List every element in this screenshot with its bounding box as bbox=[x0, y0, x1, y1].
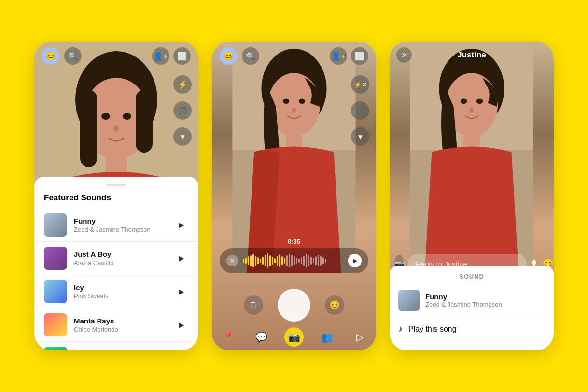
phone-1: 😊 🔍 👤+ ⬜ ⚡ 🎵 ▾ Featured Sounds Funny Zed… bbox=[34, 42, 198, 350]
top-bar-2: 😊 🔍 👤+ ⬜ bbox=[212, 42, 376, 70]
camera-controls-2: 🗒 😊 bbox=[212, 289, 376, 322]
sound-song-item: Funny Zedd & Jasmine Thompson bbox=[390, 284, 554, 317]
song-list: Funny Zedd & Jasmine Thompson ▶ Just A B… bbox=[34, 209, 198, 350]
song-thumb-call bbox=[44, 347, 67, 350]
flip-camera-button-2[interactable]: ⬜ bbox=[351, 47, 368, 65]
flash-icon-1[interactable]: ⚡ bbox=[173, 75, 192, 94]
music-icon-1[interactable]: 🎵 bbox=[173, 101, 192, 120]
camera-nav-button[interactable]: 📷 bbox=[284, 327, 304, 347]
song-info-5: Can I Call You Tonight Dayglow bbox=[74, 350, 174, 350]
song-thumb-boy bbox=[44, 247, 67, 270]
svg-point-23 bbox=[476, 99, 483, 104]
svg-point-8 bbox=[114, 125, 119, 132]
svg-point-7 bbox=[123, 113, 131, 120]
avatar-button-2[interactable]: 😊 bbox=[220, 47, 237, 65]
list-item[interactable]: Funny Zedd & Jasmine Thompson ▶ bbox=[34, 209, 198, 242]
svg-rect-3 bbox=[80, 90, 97, 167]
list-item[interactable]: Can I Call You Tonight Dayglow ▶ bbox=[34, 342, 198, 350]
search-button-1[interactable]: 🔍 bbox=[64, 47, 82, 65]
sound-dropdown: SOUND Funny Zedd & Jasmine Thompson ♪ Pl… bbox=[390, 266, 554, 350]
waveform-play-button[interactable]: ▶ bbox=[348, 254, 362, 267]
drag-handle-1 bbox=[107, 184, 126, 186]
top-bar-right-2: 👤+ ⬜ bbox=[330, 47, 368, 65]
song-info-4: Manta Rays Chloe Moriondo bbox=[74, 317, 174, 333]
play-button-1[interactable]: ▶ bbox=[174, 218, 189, 232]
waveform-close-button[interactable]: ✕ bbox=[226, 255, 238, 266]
play-button-2[interactable]: ▶ bbox=[174, 251, 189, 266]
woman-photo-3 bbox=[390, 42, 554, 273]
svg-point-14 bbox=[283, 99, 290, 104]
flash-off-icon-2[interactable]: ⚡✕ bbox=[351, 75, 369, 94]
sound-label: SOUND bbox=[390, 266, 554, 284]
play-this-song-label: Play this song bbox=[408, 325, 457, 334]
waveform-bars bbox=[243, 253, 343, 268]
waveform-container: 0:35 ✕ ▶ bbox=[220, 238, 368, 273]
sound-song-info: Funny Zedd & Jasmine Thompson bbox=[425, 293, 502, 308]
song-info-3: Icy Pink Sweats bbox=[74, 283, 174, 300]
song-info-2: Just A Boy Alaina Castillo bbox=[74, 250, 174, 266]
emoji-button[interactable]: 😊 bbox=[325, 295, 344, 315]
svg-point-24 bbox=[470, 108, 474, 113]
svg-point-15 bbox=[299, 99, 306, 104]
featured-sounds-panel: Featured Sounds Funny Zedd & Jasmine Tho… bbox=[34, 177, 198, 350]
song-thumb-manta bbox=[44, 313, 67, 336]
phone-3: ✕ Justine 📷 🎙 😊 🗒 SOUND Funny Zedd & Jas… bbox=[390, 42, 554, 350]
chevron-down-icon-1[interactable]: ▾ bbox=[173, 127, 192, 146]
search-button-2[interactable]: 🔍 bbox=[242, 47, 259, 65]
contact-title: Justine bbox=[457, 50, 486, 60]
list-item[interactable]: Manta Rays Chloe Moriondo ▶ bbox=[34, 308, 198, 342]
music-icon-2[interactable]: 🎵 bbox=[351, 101, 369, 120]
send-nav-button[interactable]: ▷ bbox=[350, 327, 369, 347]
waveform-time: 0:35 bbox=[220, 238, 368, 245]
close-button[interactable]: ✕ bbox=[396, 47, 412, 63]
svg-point-22 bbox=[461, 99, 467, 104]
reply-title-bar: ✕ Justine bbox=[390, 42, 554, 69]
shutter-button[interactable] bbox=[278, 289, 310, 322]
play-this-song-button[interactable]: ♪ Play this song bbox=[390, 317, 554, 341]
side-icons-1: ⚡ 🎵 ▾ bbox=[173, 75, 192, 146]
flip-camera-button-1[interactable]: ⬜ bbox=[173, 47, 191, 65]
music-note-icon: ♪ bbox=[398, 324, 403, 334]
location-nav-button[interactable]: 📍 bbox=[219, 327, 238, 347]
avatar-button-1[interactable]: 😊 bbox=[42, 47, 59, 65]
sticker-button[interactable]: 🗒 bbox=[244, 295, 263, 315]
top-bar-1: 😊 🔍 👤+ ⬜ bbox=[34, 42, 198, 70]
chat-nav-button[interactable]: 💬 bbox=[252, 327, 271, 347]
svg-rect-4 bbox=[136, 90, 153, 153]
add-friend-button-2[interactable]: 👤+ bbox=[330, 47, 347, 65]
panel-title: Featured Sounds bbox=[34, 193, 198, 209]
song-thumb-funny bbox=[44, 213, 67, 237]
sound-song-thumb bbox=[398, 290, 420, 311]
top-bar-right-1: 👤+ ⬜ bbox=[152, 47, 191, 65]
play-button-4[interactable]: ▶ bbox=[174, 318, 189, 332]
side-icons-2: ⚡✕ 🎵 ▾ bbox=[351, 75, 369, 146]
svg-point-16 bbox=[292, 108, 296, 113]
waveform-row: ✕ ▶ bbox=[220, 248, 368, 273]
play-button-3[interactable]: ▶ bbox=[174, 284, 189, 299]
sound-song-name: Funny bbox=[425, 293, 502, 301]
sound-song-artist: Zedd & Jasmine Thompson bbox=[425, 301, 502, 308]
top-bar-left-1: 😊 🔍 bbox=[42, 47, 82, 65]
top-bar-left-2: 😊 🔍 bbox=[220, 47, 259, 65]
list-item[interactable]: Icy Pink Sweats ▶ bbox=[34, 275, 198, 308]
phone-2: 😊 🔍 👤+ ⬜ ⚡✕ 🎵 ▾ 0:35 ✕ ▶ 🗒 😊 📍 💬 bbox=[212, 42, 376, 350]
song-info-1: Funny Zedd & Jasmine Thompson bbox=[74, 217, 174, 233]
song-thumb-icy bbox=[44, 280, 67, 303]
svg-point-6 bbox=[101, 113, 110, 120]
list-item[interactable]: Just A Boy Alaina Castillo ▶ bbox=[34, 242, 198, 275]
friends-nav-button[interactable]: 👥 bbox=[317, 327, 336, 347]
chevron-down-icon-2[interactable]: ▾ bbox=[351, 127, 369, 146]
bottom-nav-2: 📍 💬 📷 👥 ▷ bbox=[212, 323, 376, 350]
add-friend-button-1[interactable]: 👤+ bbox=[152, 47, 169, 65]
